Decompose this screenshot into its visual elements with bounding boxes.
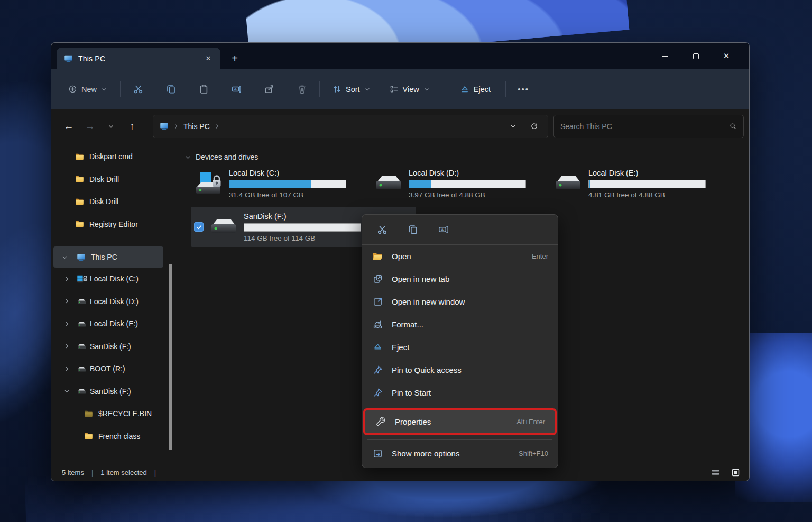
status-divider: | [91, 469, 93, 477]
see-more-button[interactable]: ••• [513, 79, 533, 100]
drive-tile-local-disk-e[interactable]: Local Disk (E:) 4.81 GB free of 4.88 GB [550, 163, 730, 204]
back-button[interactable]: ← [60, 117, 78, 135]
drive-tile-info: SanDisk (F:) 114 GB free of 114 GB [244, 212, 361, 242]
chevron-down-icon[interactable] [60, 388, 73, 395]
menu-item-label: Pin to Start [392, 388, 540, 397]
menu-item-format[interactable]: Format... [362, 313, 558, 336]
menu-item-properties[interactable]: Properties Alt+Enter [365, 410, 555, 433]
search-box[interactable] [553, 115, 744, 138]
close-button[interactable]: ✕ [711, 44, 742, 68]
sidebar-item-sandisk-f-expanded[interactable]: SanDisk (F:) [51, 380, 178, 403]
details-view-icon [711, 468, 720, 477]
menu-item-shortcut: Enter [532, 252, 548, 260]
menu-item-open[interactable]: Open Enter [362, 245, 558, 268]
sidebar-item-this-pc[interactable]: This PC [53, 246, 163, 268]
menu-item-label: Eject [392, 343, 540, 352]
sidebar-item-sandisk-f[interactable]: SanDisk (F:) [51, 335, 178, 358]
items-count: 5 items [62, 469, 84, 477]
section-header-devices-and-drives[interactable]: Devices and drives [184, 153, 749, 161]
sidebar-item-local-disk-d[interactable]: Local Disk (D:) [51, 290, 178, 313]
chevron-right-icon[interactable] [60, 365, 73, 372]
sidebar-item-disk-drill-1[interactable]: DIsk Drill [51, 168, 178, 191]
chevron-right-icon [173, 123, 179, 130]
chevron-right-icon [214, 123, 220, 130]
details-view-button[interactable] [709, 466, 722, 479]
sidebar-item-local-disk-c[interactable]: Local Disk (C:) [51, 268, 178, 290]
rename-icon[interactable] [438, 224, 449, 235]
chevron-down-icon [510, 123, 516, 130]
eject-button[interactable]: Eject [455, 78, 496, 101]
folder-dark-icon [84, 409, 93, 418]
rename-button[interactable] [226, 79, 246, 100]
delete-button[interactable] [292, 79, 312, 100]
capacity-bar-fill [229, 180, 311, 188]
copy-button[interactable] [161, 79, 181, 100]
large-icons-view-button[interactable] [729, 466, 742, 479]
menu-item-pin-to-quick-access[interactable]: Pin to Quick access [362, 359, 558, 381]
breadcrumb-this-pc[interactable]: This PC [183, 122, 210, 131]
drive-tile-local-disk-d[interactable]: Local Disk (D:) 3.97 GB free of 4.88 GB [371, 163, 550, 204]
refresh-icon [530, 122, 538, 130]
menu-item-open-in-new-tab[interactable]: Open in new tab [362, 268, 558, 290]
folder-icon [75, 152, 84, 161]
tab-this-pc[interactable]: This PC ✕ [57, 48, 220, 69]
sidebar-scrollbar[interactable] [169, 264, 172, 450]
sidebar-item-french-class[interactable]: French class [51, 425, 178, 448]
minimize-icon [662, 56, 668, 57]
up-button[interactable]: ↑ [123, 117, 141, 135]
tab-close-button[interactable]: ✕ [201, 52, 215, 66]
capacity-bar-fill [589, 180, 590, 188]
chevron-right-icon[interactable] [60, 343, 73, 350]
maximize-button[interactable] [680, 44, 711, 68]
sort-button[interactable]: Sort [327, 78, 376, 101]
share-button[interactable] [259, 79, 279, 100]
plus-circle-icon [68, 85, 77, 94]
selection-checkbox[interactable] [194, 222, 204, 232]
address-dropdown-button[interactable] [504, 118, 521, 135]
chevron-right-icon[interactable] [60, 276, 73, 282]
chevron-right-icon[interactable] [60, 298, 73, 305]
chevron-down-icon[interactable] [58, 254, 71, 261]
minimize-button[interactable] [650, 44, 680, 68]
drive-free-space: 31.4 GB free of 107 GB [229, 191, 346, 199]
sidebar-item-label: SanDisk (F:) [90, 387, 131, 396]
sidebar-item-diskpart-cmd[interactable]: Diskpart cmd [51, 145, 178, 168]
tab-title: This PC [78, 54, 196, 63]
capacity-bar-fill [409, 180, 431, 188]
capacity-bar [244, 223, 361, 232]
menu-item-eject[interactable]: Eject [362, 336, 558, 359]
sidebar-item-registry-editor[interactable]: Registry Editor [51, 213, 178, 236]
chevron-right-icon[interactable] [60, 320, 73, 327]
cut-button[interactable] [128, 79, 148, 100]
folder-icon [75, 197, 84, 206]
view-button[interactable]: View [384, 78, 435, 101]
menu-item-show-more-options[interactable]: Show more options Shift+F10 [362, 442, 558, 465]
forward-button[interactable]: → [81, 117, 99, 135]
capacity-bar [409, 180, 526, 188]
menu-item-open-in-new-window[interactable]: Open in new window [362, 290, 558, 313]
toolbar-separator [319, 81, 320, 97]
sidebar-item-boot-r[interactable]: BOOT (R:) [51, 358, 178, 380]
new-button[interactable]: New [63, 78, 113, 101]
copy-icon[interactable] [408, 224, 418, 235]
paste-button[interactable] [193, 79, 214, 100]
drive-tile-info: Local Disk (C:) 31.4 GB free of 107 GB [229, 169, 346, 199]
view-button-label: View [403, 85, 419, 94]
menu-item-pin-to-start[interactable]: Pin to Start [362, 381, 558, 404]
drive-tile-local-disk-c[interactable]: Local Disk (C:) 31.4 GB free of 107 GB [191, 163, 371, 204]
folder-icon [75, 219, 84, 228]
refresh-button[interactable] [525, 118, 542, 135]
sidebar-item-local-disk-e[interactable]: Local Disk (E:) [51, 313, 178, 335]
cut-icon [133, 84, 143, 94]
menu-item-shortcut: Alt+Enter [516, 418, 545, 426]
breadcrumb-bar[interactable]: This PC [153, 115, 548, 138]
wrench-icon [375, 417, 386, 427]
sidebar-item-disk-drill-2[interactable]: Disk Drill [51, 190, 178, 213]
recent-locations-button[interactable] [102, 117, 120, 135]
search-input[interactable] [560, 122, 725, 131]
new-tab-button[interactable]: + [226, 49, 244, 67]
sidebar-item-recycle-bin[interactable]: $RECYCLE.BIN [51, 402, 178, 425]
cut-icon[interactable] [377, 224, 387, 235]
this-pc-icon [77, 253, 86, 262]
share-icon [264, 84, 274, 94]
